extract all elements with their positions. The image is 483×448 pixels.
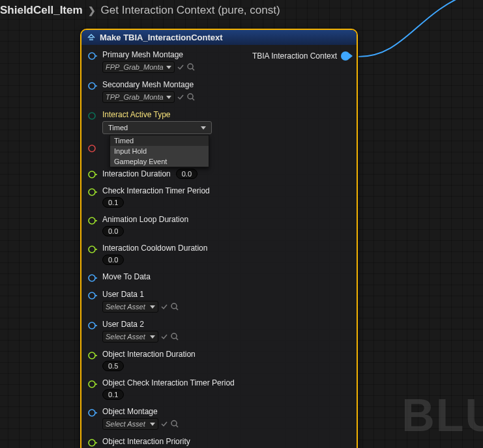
- input-check-timer[interactable]: 0.1: [102, 197, 124, 208]
- asset-picker-primary-mesh[interactable]: FPP_Grab_Monta: [102, 61, 175, 73]
- output-pin-group: TBIA Interaction Context: [252, 51, 350, 61]
- svg-point-17: [89, 410, 95, 416]
- svg-point-6: [89, 171, 95, 178]
- label-check-timer: Check Interaction Timer Period: [102, 186, 210, 195]
- node-body: TBIA Interaction Context Primary Mesh Mo…: [81, 45, 357, 448]
- svg-point-14: [171, 333, 177, 339]
- struct-icon: [87, 33, 96, 42]
- label-interaction-duration: Interaction Duration: [102, 169, 171, 178]
- pin-user-data-2[interactable]: [88, 321, 97, 330]
- browse-to-icon[interactable]: [186, 63, 196, 72]
- pin-obj-montage[interactable]: [88, 408, 97, 417]
- svg-point-12: [171, 303, 177, 309]
- use-selected-icon[interactable]: [160, 332, 169, 341]
- breadcrumb-function[interactable]: Get Interaction Context (pure, const): [101, 4, 280, 17]
- pin-obj-check[interactable]: [88, 380, 97, 389]
- pin-interaction-duration[interactable]: [88, 170, 97, 179]
- pin-primary-mesh[interactable]: [88, 51, 97, 61]
- pin-interact-active-type[interactable]: [88, 111, 97, 120]
- label-secondary-mesh: Secondary Mesh Montage: [102, 80, 196, 89]
- enum-popup: Timed Input Hold Gameplay Event: [110, 135, 209, 167]
- pin-user-data-1[interactable]: [88, 291, 97, 300]
- pin-obj-priority[interactable]: [88, 438, 97, 447]
- asset-picker-user-data-2[interactable]: Select Asset: [102, 331, 158, 343]
- svg-point-8: [89, 217, 95, 224]
- enum-select-interact-active-type[interactable]: Timed: [102, 121, 212, 134]
- pin-move-to[interactable]: [88, 273, 97, 283]
- label-cooldown: Interaction Cooldown Duration: [102, 244, 207, 253]
- enum-option-timed[interactable]: Timed: [110, 135, 209, 146]
- pin-cooldown[interactable]: [88, 245, 97, 254]
- browse-to-icon[interactable]: [170, 302, 179, 311]
- label-primary-mesh: Primary Mesh Montage: [102, 50, 196, 59]
- use-selected-icon[interactable]: [176, 63, 185, 72]
- svg-point-13: [89, 322, 95, 329]
- svg-point-9: [89, 246, 95, 253]
- input-cooldown[interactable]: 0.0: [102, 255, 124, 265]
- svg-point-18: [171, 421, 177, 426]
- breadcrumb: ShieldCell_Item ❯ Get Interaction Contex…: [0, 4, 280, 17]
- pin-anim-loop[interactable]: [88, 216, 97, 225]
- svg-point-1: [188, 64, 193, 69]
- input-obj-duration[interactable]: 0.5: [102, 361, 124, 371]
- browse-to-icon[interactable]: [170, 419, 179, 428]
- asset-picker-user-data-1[interactable]: Select Asset: [102, 301, 158, 313]
- svg-point-0: [89, 53, 95, 59]
- node-make-struct[interactable]: Make TBIA_InteractionContext TBIA Intera…: [80, 29, 358, 448]
- label-obj-montage: Object Montage: [102, 407, 179, 416]
- label-user-data-1: User Data 1: [102, 290, 179, 299]
- browse-to-icon[interactable]: [170, 332, 179, 341]
- asset-picker-obj-montage[interactable]: Select Asset: [102, 418, 158, 430]
- label-user-data-2: User Data 2: [102, 320, 179, 329]
- browse-to-icon[interactable]: [186, 92, 196, 102]
- label-move-to: Move To Data: [102, 272, 151, 281]
- svg-point-2: [89, 83, 95, 89]
- label-obj-priority: Object Interaction Priority: [102, 437, 190, 446]
- svg-point-7: [89, 189, 95, 195]
- label-obj-duration: Object Interaction Duration: [102, 350, 196, 359]
- use-selected-icon[interactable]: [160, 302, 169, 311]
- label-anim-loop: Animation Loop Duration: [102, 215, 188, 224]
- enum-option-gameplay-event[interactable]: Gameplay Event: [110, 156, 209, 167]
- node-header[interactable]: Make TBIA_InteractionContext: [81, 30, 357, 45]
- use-selected-icon[interactable]: [176, 92, 185, 102]
- output-pin[interactable]: [341, 51, 350, 61]
- pin-secondary-mesh[interactable]: [88, 81, 97, 91]
- svg-point-11: [89, 292, 95, 299]
- use-selected-icon[interactable]: [160, 419, 169, 428]
- svg-point-4: [89, 113, 95, 119]
- input-anim-loop[interactable]: 0.0: [102, 226, 124, 236]
- chevron-right-icon: ❯: [88, 5, 96, 16]
- svg-point-15: [89, 352, 95, 359]
- output-pin-label: TBIA Interaction Context: [252, 51, 337, 61]
- node-title: Make TBIA_InteractionContext: [100, 33, 223, 42]
- breadcrumb-asset[interactable]: ShieldCell_Item: [0, 4, 83, 17]
- svg-point-16: [89, 381, 95, 387]
- label-interact-active-type: Interact Active Type: [102, 110, 212, 119]
- svg-point-5: [89, 145, 95, 152]
- pin-obj-duration[interactable]: [88, 351, 97, 360]
- label-obj-check: Object Check Interaction Timer Period: [102, 378, 235, 387]
- asset-picker-secondary-mesh[interactable]: TPP_Grab_Monta: [102, 91, 175, 103]
- pin-check-timer[interactable]: [88, 188, 97, 197]
- enum-option-input-hold[interactable]: Input Hold: [110, 146, 209, 156]
- input-obj-check[interactable]: 0.1: [102, 389, 124, 400]
- svg-point-19: [89, 440, 95, 446]
- svg-point-10: [89, 275, 95, 281]
- input-interaction-duration[interactable]: 0.0: [176, 169, 198, 179]
- svg-point-3: [188, 94, 193, 99]
- pin-hidden[interactable]: [88, 144, 97, 153]
- watermark: BLU: [402, 389, 483, 441]
